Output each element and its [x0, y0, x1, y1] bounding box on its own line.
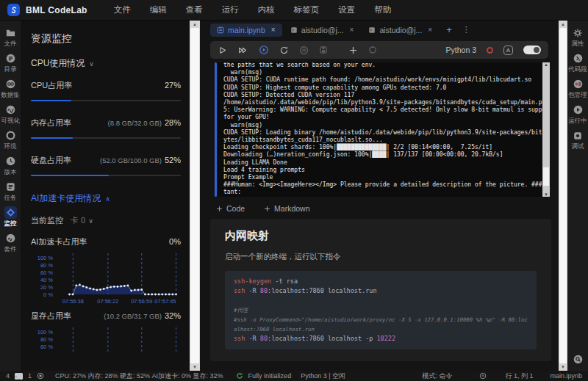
run-cell-button[interactable]	[218, 46, 227, 55]
sidebar-item-debug[interactable]: 调试	[568, 129, 587, 150]
console-line: /home/aistudio/.data/webide/pip/lib/pyth…	[223, 99, 539, 106]
chevron-down-icon: ∨	[89, 60, 94, 68]
menu-run[interactable]: 运行	[222, 4, 239, 15]
panel-title: 资源监控	[31, 32, 181, 46]
sidebar-item-help-search[interactable]	[572, 353, 584, 366]
tab-terminal-1[interactable]: aistudio@j... ×	[284, 23, 361, 37]
menu-items: 文件 编辑 查看 运行 内核 标签页 设置 帮助	[114, 4, 392, 15]
sidebar-item-environment[interactable]: 环境	[1, 129, 20, 150]
kernel-status[interactable]: Python 3 | 空闲	[301, 371, 345, 381]
cell-insert-row: Code Markdown	[216, 204, 559, 213]
console-line: Load 4 training prompts	[223, 167, 539, 174]
menu-kernel[interactable]: 内核	[258, 4, 275, 15]
init-status: Fully initialized	[248, 372, 292, 380]
package-icon	[572, 78, 584, 90]
add-markdown-button[interactable]: Markdown	[264, 204, 309, 213]
restart-run-button[interactable]	[259, 45, 269, 55]
sidebar-item-visualization[interactable]: 可视化	[1, 104, 20, 124]
run-all-button[interactable]	[237, 46, 248, 55]
menu-edit[interactable]: 编辑	[150, 4, 167, 15]
gpu-util-label: AI加速卡占用率	[31, 236, 87, 247]
menu-help[interactable]: 帮助	[374, 4, 391, 15]
menu-settings[interactable]: 设置	[338, 4, 355, 15]
sidebar-item-packages[interactable]: 包管理	[568, 78, 587, 98]
scroll-up-icon[interactable]: ▲	[190, 21, 200, 27]
tasks-icon	[4, 181, 17, 193]
current-monitor-label: 当前监控	[31, 215, 63, 226]
assistant-icon[interactable]: A	[503, 46, 513, 55]
close-icon[interactable]: ×	[350, 26, 354, 34]
left-panel-scrollbar[interactable]: ▲ ▼	[190, 21, 200, 371]
notification-bell-icon[interactable]	[479, 372, 487, 380]
scroll-down-icon[interactable]: ▼	[190, 364, 200, 370]
sidebar-item-files[interactable]: 文件	[1, 26, 20, 47]
svg-text:07:57:45: 07:57:45	[154, 298, 176, 305]
kernel-count[interactable]: 1	[28, 372, 32, 380]
markdown-cell[interactable]: 内网映射 启动一个新的终端，运行以下指令 ssh-keygen -t rsass…	[210, 219, 551, 361]
menu-view[interactable]: 查看	[186, 4, 203, 15]
console-scrollbar[interactable]: ▲ ▼	[542, 62, 550, 197]
sidebar-item-version[interactable]: 版本	[1, 155, 20, 175]
menu-file[interactable]: 文件	[114, 4, 131, 15]
app-window: BML CodeLab 文件 编辑 查看 运行 内核 标签页 设置 帮助 文件 …	[0, 0, 588, 381]
tab-bar: main.ipynb × aistudio@j... × aistudio@j.…	[200, 21, 559, 39]
disk-progress-bar	[31, 175, 181, 176]
cell-output-console[interactable]: the paths that we search based on your e…	[218, 62, 550, 197]
mode-indicator[interactable]: 模式: 命令	[422, 371, 452, 381]
scroll-down-icon[interactable]: ▼	[542, 192, 550, 197]
tab-terminal-2[interactable]: aistudio@j... ×	[362, 23, 439, 37]
svg-text:100 %: 100 %	[37, 329, 54, 335]
new-tab-button[interactable]: +	[440, 24, 458, 35]
sidebar-item-tasks[interactable]: 任务	[1, 181, 20, 201]
sidebar-item-dataset[interactable]: 数据集	[1, 78, 20, 98]
terminal-count[interactable]: 4	[6, 372, 10, 380]
console-line: Loading checkpoint shards: 100%|████████…	[223, 144, 539, 151]
vram-usage-value: 32%	[165, 311, 181, 320]
notebook-scrollbar[interactable]: ▲ ▼	[559, 21, 567, 371]
refresh-kernel-button[interactable]	[279, 46, 289, 55]
suite-icon	[4, 232, 17, 244]
code-line: ssh-keygen -t rsa	[234, 277, 528, 286]
sidebar-item-properties[interactable]: 属性	[568, 26, 587, 47]
toolbar-toggle[interactable]	[523, 46, 541, 54]
resource-summary: CPU: 27% 内存: 28% 硬盘: 52% AI加速卡: 0% 显存: 3…	[55, 371, 223, 381]
console-line: Loading LLAMA Done	[223, 159, 539, 167]
vram-usage-chart: 100 %80 %60 %	[31, 326, 181, 352]
markdown-heading: 内网映射	[225, 229, 537, 243]
cpu-usage-label: CPU占用率	[31, 80, 72, 91]
svg-text:40 %: 40 %	[40, 277, 53, 283]
close-icon[interactable]: ×	[271, 26, 276, 34]
sidebar-item-monitor[interactable]: 监控	[1, 206, 20, 227]
chevron-down-icon: ∨	[88, 217, 93, 225]
sidebar-item-snippets[interactable]: 代码段	[568, 52, 587, 73]
svg-text:60 %: 60 %	[40, 269, 53, 276]
svg-text:07:56:22: 07:56:22	[97, 298, 118, 305]
disk-usage-value: 52%	[165, 156, 181, 164]
save-notebook-button[interactable]	[319, 46, 328, 54]
terminal-icon	[290, 26, 298, 34]
scroll-up-icon[interactable]: ▲	[542, 62, 550, 67]
card-select-dropdown[interactable]: 卡 0 ∨	[71, 215, 93, 226]
svg-text:100 %: 100 %	[37, 255, 54, 261]
interrupt-kernel-button[interactable]	[299, 46, 309, 55]
notebook-toolbar: Python 3 A	[210, 41, 548, 59]
sidebar-item-running[interactable]: 运行中	[568, 104, 587, 124]
tab-more-menu-icon[interactable]: ⋮	[459, 25, 473, 35]
console-line: CUDA SETUP: Highest compute capability a…	[223, 84, 539, 92]
tab-main-ipynb[interactable]: main.ipynb ×	[210, 23, 282, 37]
cpu-section-header[interactable]: CPU使用情况 ∨	[31, 57, 181, 70]
add-cell-button[interactable]	[348, 46, 358, 55]
scroll-up-icon[interactable]: ▲	[559, 21, 567, 27]
svg-text:60 %: 60 %	[40, 344, 53, 350]
memory-usage-label: 内存占用率	[31, 117, 71, 128]
kernel-name[interactable]: Python 3	[446, 46, 476, 54]
menu-tabs[interactable]: 标签页	[294, 4, 320, 15]
sidebar-item-suite[interactable]: 套件	[1, 232, 20, 253]
ai-card-section-header[interactable]: AI加速卡使用情况 ∧	[31, 192, 181, 205]
scroll-down-icon[interactable]: ▼	[559, 364, 567, 370]
add-code-button[interactable]: Code	[216, 204, 245, 213]
code-snippet-icon	[572, 52, 584, 65]
sidebar-item-toc[interactable]: 目录	[1, 52, 20, 73]
close-icon[interactable]: ×	[428, 26, 432, 34]
cursor-position[interactable]: 行 1, 列 1	[505, 371, 533, 381]
